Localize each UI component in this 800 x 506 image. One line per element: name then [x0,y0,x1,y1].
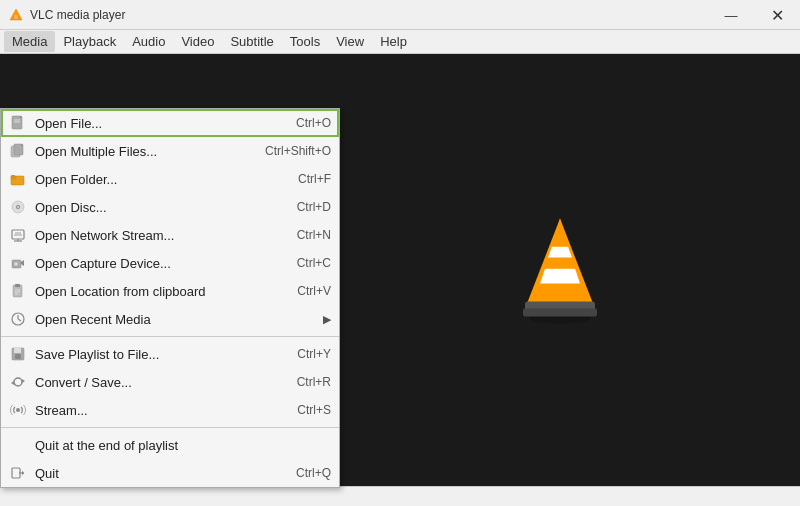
media-dropdown-menu: Open File... Ctrl+O Open Multiple Files.… [0,108,340,488]
menu-item-save-playlist[interactable]: Save Playlist to File... Ctrl+Y [1,340,339,368]
svg-marker-49 [22,471,24,476]
vlc-cone [515,214,605,327]
svg-marker-31 [21,260,24,266]
menu-item-convert-save[interactable]: Convert / Save... Ctrl+R [1,368,339,396]
svg-rect-11 [523,309,597,317]
save-playlist-label: Save Playlist to File... [35,347,277,362]
main-content: Open File... Ctrl+O Open Multiple Files.… [0,54,800,486]
menu-item-open-file[interactable]: Open File... Ctrl+O [1,109,339,137]
open-file-label: Open File... [35,116,276,131]
convert-save-icon [9,373,27,391]
svg-marker-45 [11,381,14,385]
menu-tools[interactable]: Tools [282,31,328,52]
open-disc-icon [9,198,27,216]
open-disc-label: Open Disc... [35,200,277,215]
menu-audio[interactable]: Audio [124,31,173,52]
svg-marker-8 [548,247,572,258]
vlc-logo-icon [8,7,24,23]
svg-rect-47 [12,468,20,478]
open-folder-shortcut: Ctrl+F [298,172,331,186]
svg-line-40 [18,319,21,321]
status-bar [0,486,800,506]
menu-bar: Media Playback Audio Video Subtitle Tool… [0,30,800,54]
menu-subtitle[interactable]: Subtitle [222,31,281,52]
open-multiple-shortcut: Ctrl+Shift+O [265,144,331,158]
open-file-shortcut: Ctrl+O [296,116,331,130]
menu-help[interactable]: Help [372,31,415,52]
menu-item-open-network[interactable]: Open Network Stream... Ctrl+N [1,221,339,249]
svg-point-32 [14,262,18,266]
menu-item-open-multiple[interactable]: Open Multiple Files... Ctrl+Shift+O [1,137,339,165]
convert-save-label: Convert / Save... [35,375,277,390]
quit-shortcut: Ctrl+Q [296,466,331,480]
convert-save-shortcut: Ctrl+R [297,375,331,389]
stream-icon [9,401,27,419]
open-recent-arrow: ▶ [323,313,331,326]
stream-label: Stream... [35,403,277,418]
menu-item-stream[interactable]: Stream... Ctrl+S [1,396,339,424]
menu-item-quit[interactable]: Quit Ctrl+Q [1,459,339,487]
svg-marker-7 [545,258,575,269]
open-capture-icon [9,254,27,272]
open-capture-label: Open Capture Device... [35,256,277,271]
stream-shortcut: Ctrl+S [297,403,331,417]
open-folder-label: Open Folder... [35,172,278,187]
open-recent-label: Open Recent Media [35,312,315,327]
save-playlist-shortcut: Ctrl+Y [297,347,331,361]
svg-point-24 [17,206,19,208]
maximize-button[interactable]: ✕ [754,0,800,30]
svg-point-46 [16,408,20,412]
open-network-shortcut: Ctrl+N [297,228,331,242]
menu-media[interactable]: Media [4,31,55,52]
quit-label: Quit [35,466,276,481]
open-capture-shortcut: Ctrl+C [297,256,331,270]
open-folder-icon [9,170,27,188]
menu-item-open-recent[interactable]: Open Recent Media ▶ [1,305,339,333]
title-bar: VLC media player — ✕ [0,0,800,30]
svg-rect-21 [11,175,15,178]
open-recent-icon [9,310,27,328]
menu-video[interactable]: Video [173,31,222,52]
menu-item-open-folder[interactable]: Open Folder... Ctrl+F [1,165,339,193]
open-multiple-label: Open Multiple Files... [35,144,245,159]
open-multiple-icon [9,142,27,160]
menu-playback[interactable]: Playback [55,31,124,52]
menu-item-quit-end[interactable]: Quit at the end of playlist [1,431,339,459]
open-file-icon [9,114,27,132]
menu-view[interactable]: View [328,31,372,52]
quit-end-label: Quit at the end of playlist [35,438,331,453]
menu-item-open-clipboard[interactable]: Open Location from clipboard Ctrl+V [1,277,339,305]
open-clipboard-icon [9,282,27,300]
quit-end-icon [9,436,27,454]
menu-item-open-capture[interactable]: Open Capture Device... Ctrl+C [1,249,339,277]
svg-marker-9 [552,219,568,247]
menu-item-open-disc[interactable]: Open Disc... Ctrl+D [1,193,339,221]
open-network-label: Open Network Stream... [35,228,277,243]
svg-rect-42 [14,348,21,353]
open-clipboard-label: Open Location from clipboard [35,284,277,299]
quit-icon [9,464,27,482]
svg-marker-6 [540,269,580,284]
save-playlist-icon [9,345,27,363]
open-disc-shortcut: Ctrl+D [297,200,331,214]
minimize-button[interactable]: — [708,0,754,30]
svg-rect-43 [15,354,21,359]
svg-rect-25 [12,230,24,239]
separator-1 [1,336,339,337]
svg-rect-34 [15,284,20,287]
open-clipboard-shortcut: Ctrl+V [297,284,331,298]
separator-2 [1,427,339,428]
open-network-icon [9,226,27,244]
window-title: VLC media player [30,8,792,22]
